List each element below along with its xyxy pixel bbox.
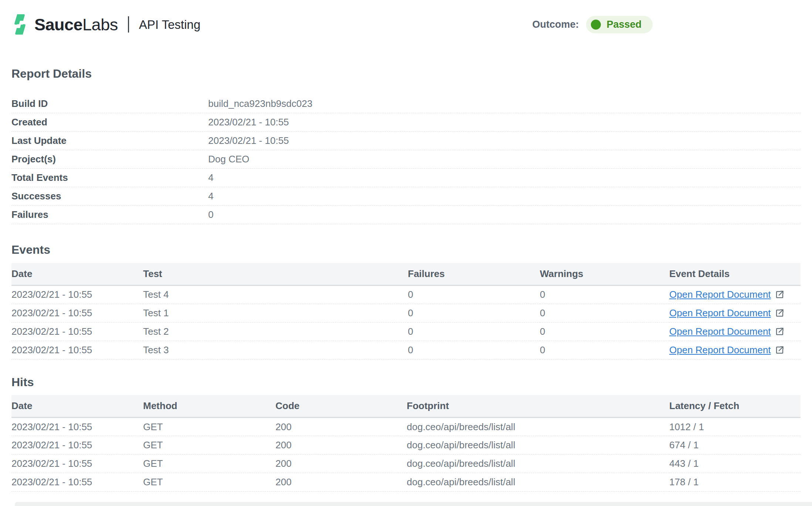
event-failures-cell: 0 — [408, 304, 540, 322]
event-test-cell: Test 2 — [143, 322, 408, 341]
open-report-document-link[interactable]: Open Report Document — [669, 344, 785, 356]
detail-row: Total Events 4 — [11, 169, 801, 187]
event-date-cell: 2023/02/21 - 10:55 — [11, 304, 143, 322]
hit-row: 2023/02/21 - 10:55 GET 200 dog.ceo/api/b… — [11, 418, 801, 436]
hit-latency-fetch-cell: 443 / 1 — [669, 455, 801, 473]
event-test-cell: Test 3 — [143, 341, 408, 359]
column-header-event-details: Event Details — [669, 263, 801, 286]
event-warnings-cell: 0 — [540, 322, 669, 341]
event-row: 2023/02/21 - 10:55 Test 1 0 0 Open Repor… — [11, 304, 801, 322]
brand-name: SauceLabs — [34, 16, 118, 33]
hit-latency-fetch-cell: 674 / 1 — [669, 436, 801, 455]
hit-date-cell: 2023/02/21 - 10:55 — [11, 418, 143, 436]
detail-label: Last Update — [11, 135, 208, 146]
column-header-date: Date — [11, 395, 143, 418]
event-details-cell: Open Report Document — [669, 285, 801, 304]
hit-code-cell: 200 — [275, 436, 407, 455]
hit-method-cell: GET — [143, 436, 275, 455]
brand-name-sauce: Sauce — [34, 15, 82, 34]
detail-label: Successes — [11, 190, 208, 202]
column-header-failures: Failures — [408, 263, 540, 286]
brand-divider — [128, 16, 129, 33]
hit-date-cell: 2023/02/21 - 10:55 — [11, 473, 143, 492]
hits-table: Date Method Code Footprint Latency / Fet… — [11, 395, 801, 492]
saucelabs-logo-icon — [11, 13, 28, 36]
product-name: API Testing — [139, 18, 200, 31]
hit-footprint-cell: dog.ceo/api/breeds/list/all — [407, 455, 669, 473]
event-warnings-cell: 0 — [540, 341, 669, 359]
outcome-badge: Passed — [586, 16, 653, 33]
event-warnings-cell: 0 — [540, 285, 669, 304]
event-details-cell: Open Report Document — [669, 304, 801, 322]
column-header-test: Test — [143, 263, 408, 286]
external-link-icon — [775, 290, 785, 300]
event-row: 2023/02/21 - 10:55 Test 2 0 0 Open Repor… — [11, 322, 801, 341]
hit-footprint-cell: dog.ceo/api/breeds/list/all — [407, 473, 669, 492]
detail-value: 4 — [208, 190, 213, 202]
detail-value: 0 — [208, 209, 213, 220]
event-details-cell: Open Report Document — [669, 341, 801, 359]
event-failures-cell: 0 — [408, 341, 540, 359]
event-test-cell: Test 1 — [143, 304, 408, 322]
detail-value: 2023/02/21 - 10:55 — [208, 117, 289, 128]
hit-latency-fetch-cell: 1012 / 1 — [669, 418, 801, 436]
open-report-document-link[interactable]: Open Report Document — [669, 289, 785, 300]
open-report-document-label: Open Report Document — [669, 326, 771, 337]
hit-row: 2023/02/21 - 10:55 GET 200 dog.ceo/api/b… — [11, 455, 801, 473]
detail-value: 4 — [208, 172, 213, 183]
topbar: SauceLabs API Testing Outcome: Passed — [11, 13, 801, 36]
detail-row: Build ID build_nca923nb9sdc023 — [11, 95, 801, 113]
event-row: 2023/02/21 - 10:55 Test 3 0 0 Open Repor… — [11, 341, 801, 359]
event-date-cell: 2023/02/21 - 10:55 — [11, 322, 143, 341]
hits-title: Hits — [11, 375, 801, 389]
event-date-cell: 2023/02/21 - 10:55 — [11, 341, 143, 359]
hit-code-cell: 200 — [275, 455, 407, 473]
open-report-document-label: Open Report Document — [669, 289, 771, 300]
event-details-cell: Open Report Document — [669, 322, 801, 341]
hit-method-cell: GET — [143, 455, 275, 473]
open-report-document-link[interactable]: Open Report Document — [669, 307, 785, 319]
hit-row: 2023/02/21 - 10:55 GET 200 dog.ceo/api/b… — [11, 473, 801, 492]
column-header-method: Method — [143, 395, 275, 418]
hit-date-cell: 2023/02/21 - 10:55 — [11, 436, 143, 455]
detail-label: Total Events — [11, 172, 208, 183]
event-test-cell: Test 4 — [143, 285, 408, 304]
detail-value: build_nca923nb9sdc023 — [208, 98, 312, 109]
column-header-latency-fetch: Latency / Fetch — [669, 395, 801, 418]
report-details-list: Build ID build_nca923nb9sdc023 Created 2… — [11, 95, 801, 224]
hit-method-cell: GET — [143, 418, 275, 436]
column-header-footprint: Footprint — [407, 395, 669, 418]
detail-row: Successes 4 — [11, 187, 801, 206]
hit-row: 2023/02/21 - 10:55 GET 200 dog.ceo/api/b… — [11, 436, 801, 455]
open-report-document-link[interactable]: Open Report Document — [669, 326, 785, 337]
outcome: Outcome: Passed — [532, 16, 653, 33]
event-warnings-cell: 0 — [540, 304, 669, 322]
detail-row: Last Update 2023/02/21 - 10:55 — [11, 132, 801, 150]
brand-name-labs: Labs — [82, 15, 118, 34]
detail-value: 2023/02/21 - 10:55 — [208, 135, 289, 146]
open-report-document-label: Open Report Document — [669, 307, 771, 319]
column-header-code: Code — [275, 395, 407, 418]
hit-latency-fetch-cell: 178 / 1 — [669, 473, 801, 492]
event-failures-cell: 0 — [408, 322, 540, 341]
events-table: Date Test Failures Warnings Event Detail… — [11, 263, 801, 360]
report-details-title: Report Details — [11, 67, 801, 81]
hits-section: Hits Date Method Code Footprint Latency … — [11, 375, 801, 492]
detail-label: Failures — [11, 209, 208, 220]
event-failures-cell: 0 — [408, 285, 540, 304]
detail-row: Created 2023/02/21 - 10:55 — [11, 113, 801, 132]
detail-value: Dog CEO — [208, 154, 249, 165]
report-page: Report Details Build ID build_nca923nb9s… — [0, 67, 812, 492]
events-title: Events — [11, 243, 801, 257]
outcome-label: Outcome: — [532, 19, 579, 30]
hit-date-cell: 2023/02/21 - 10:55 — [11, 455, 143, 473]
hit-code-cell: 200 — [275, 473, 407, 492]
detail-row: Project(s) Dog CEO — [11, 150, 801, 169]
hit-footprint-cell: dog.ceo/api/breeds/list/all — [407, 436, 669, 455]
external-link-icon — [775, 327, 785, 337]
passed-dot-icon — [591, 20, 601, 30]
event-row: 2023/02/21 - 10:55 Test 4 0 0 Open Repor… — [11, 285, 801, 304]
report-details-section: Report Details Build ID build_nca923nb9s… — [11, 67, 801, 224]
column-header-date: Date — [11, 263, 143, 286]
detail-label: Project(s) — [11, 154, 208, 165]
